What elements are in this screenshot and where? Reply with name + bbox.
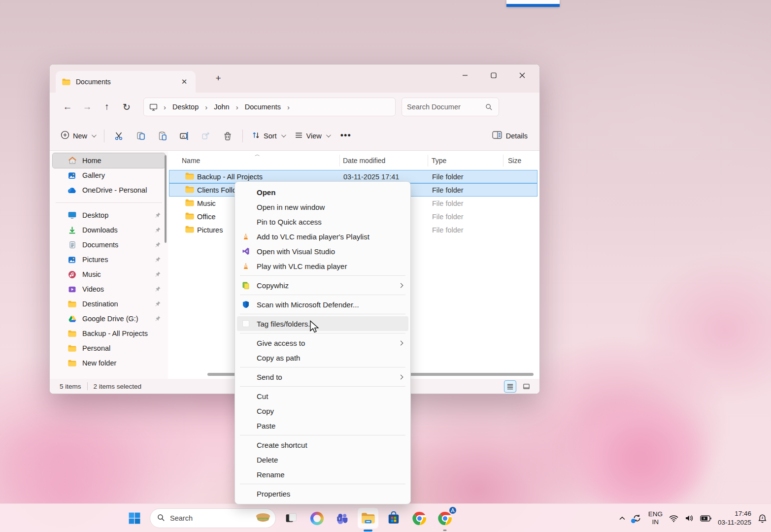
view-lines-icon xyxy=(295,131,303,141)
share-button[interactable] xyxy=(195,127,217,145)
column-date-modified[interactable]: Date modified xyxy=(343,157,385,165)
google-drive-icon xyxy=(67,314,77,324)
menu-item-scan-with-defender[interactable]: Scan with Microsoft Defender... xyxy=(237,297,408,312)
column-type[interactable]: Type xyxy=(432,157,446,165)
chevron-down-icon xyxy=(326,133,331,137)
file-explorer-icon[interactable] xyxy=(358,508,378,529)
volume-icon[interactable] xyxy=(685,514,694,522)
this-pc-icon[interactable] xyxy=(149,102,158,112)
column-headers: ︿ Name Date modified Type Size xyxy=(168,152,537,169)
vlc-icon xyxy=(241,232,251,241)
teams-icon[interactable]: T xyxy=(332,508,353,529)
column-size[interactable]: Size xyxy=(508,157,521,165)
menu-item-copy[interactable]: Copy xyxy=(237,403,408,418)
details-view-toggle[interactable] xyxy=(504,380,516,393)
menu-item-open-with-visual-studio[interactable]: Open with Visual Studio xyxy=(237,244,408,259)
back-button[interactable]: ← xyxy=(58,98,77,116)
menu-item-create-shortcut[interactable]: Create shortcut xyxy=(237,437,408,452)
tab-close-icon[interactable]: ✕ xyxy=(179,76,190,87)
menu-item-properties[interactable]: Properties xyxy=(237,486,408,501)
menu-item-tag-files-folders[interactable]: Tag files/folders... xyxy=(237,316,408,331)
sidebar-item-pictures[interactable]: Pictures xyxy=(53,252,165,267)
sort-button[interactable]: Sort xyxy=(247,127,290,145)
sort-arrows-icon xyxy=(252,131,260,141)
language-indicator[interactable]: ENG IN xyxy=(648,510,663,526)
refresh-button[interactable]: ↻ xyxy=(117,98,136,116)
more-options-button[interactable]: ••• xyxy=(335,131,357,141)
menu-item-cut[interactable]: Cut xyxy=(237,389,408,403)
plus-circle-icon xyxy=(61,131,69,141)
view-button[interactable]: View xyxy=(290,127,335,145)
search-input[interactable]: Search Documer xyxy=(402,98,499,116)
sidebar-item-downloads[interactable]: Downloads xyxy=(53,223,165,237)
details-pane-icon xyxy=(492,131,502,140)
sidebar-item-desktop[interactable]: Desktop xyxy=(53,208,165,223)
sidebar-scrollbar[interactable] xyxy=(165,155,167,243)
menu-item-paste[interactable]: Paste xyxy=(237,418,408,433)
wifi-icon[interactable] xyxy=(669,515,678,522)
peek-window[interactable] xyxy=(506,0,560,7)
sync-icon[interactable] xyxy=(632,513,642,523)
menu-item-delete[interactable]: Delete xyxy=(237,452,408,467)
menu-item-copywhiz[interactable]: Copywhiz xyxy=(237,278,408,293)
microsoft-store-icon[interactable] xyxy=(383,508,404,529)
task-view-button[interactable] xyxy=(281,508,302,529)
breadcrumb-documents[interactable]: Documents xyxy=(244,102,282,112)
menu-item-add-to-vlc-playlist[interactable]: Add to VLC media player's Playlist xyxy=(237,229,408,244)
pin-icon xyxy=(154,300,161,307)
paste-button[interactable] xyxy=(152,127,173,145)
search-highlight-image[interactable] xyxy=(255,512,271,525)
forward-button[interactable]: → xyxy=(77,98,97,116)
copilot-icon[interactable] xyxy=(306,508,327,529)
submenu-arrow-icon xyxy=(399,283,403,288)
cut-button[interactable] xyxy=(108,127,130,145)
clock[interactable]: 17:46 03-11-2025 xyxy=(718,509,751,527)
sidebar-item-personal[interactable]: Personal xyxy=(53,341,165,356)
new-button[interactable]: New xyxy=(56,127,100,145)
up-button[interactable]: ↑ xyxy=(97,98,117,116)
icons-view-toggle[interactable] xyxy=(520,380,533,393)
sidebar-item-videos[interactable]: Videos xyxy=(53,282,165,297)
menu-item-play-with-vlc[interactable]: Play with VLC media player xyxy=(237,259,408,273)
taskbar-search[interactable]: Search xyxy=(150,508,276,528)
menu-item-open-in-new-window[interactable]: Open in new window xyxy=(237,200,408,214)
sidebar-item-home[interactable]: Home xyxy=(53,153,165,168)
sidebar-item-new-folder[interactable]: New folder xyxy=(53,356,165,370)
sidebar-item-music[interactable]: Music xyxy=(53,267,165,282)
breadcrumb-desktop[interactable]: Desktop xyxy=(171,102,200,112)
notification-bell-icon[interactable]: z xyxy=(758,514,767,523)
menu-item-open[interactable]: Open xyxy=(237,185,408,200)
minimize-button[interactable] xyxy=(451,65,479,86)
column-name[interactable]: Name xyxy=(182,157,200,165)
wallpaper-flower xyxy=(567,404,714,512)
sidebar-item-google-drive[interactable]: Google Drive (G:) xyxy=(53,311,165,326)
menu-item-pin-to-quick-access[interactable]: Pin to Quick access xyxy=(237,214,408,229)
new-tab-button[interactable]: + xyxy=(211,71,225,85)
sidebar-item-backup-all-projects[interactable]: Backup - All Projects xyxy=(53,326,165,341)
defender-icon xyxy=(241,299,251,309)
start-button[interactable] xyxy=(124,508,145,529)
sidebar-item-documents[interactable]: Documents xyxy=(53,237,165,252)
menu-item-send-to[interactable]: Send to xyxy=(237,369,408,384)
delete-button[interactable] xyxy=(217,127,238,145)
details-pane-button[interactable]: Details xyxy=(486,127,534,144)
sidebar-item-destination[interactable]: Destination xyxy=(53,297,165,311)
battery-icon[interactable] xyxy=(700,515,711,522)
chrome-icon[interactable] xyxy=(409,508,430,529)
visual-studio-icon xyxy=(241,246,251,256)
tab-documents[interactable]: Documents ✕ xyxy=(56,71,196,93)
taskbar: Search T xyxy=(0,503,771,532)
show-hidden-icons-button[interactable] xyxy=(619,516,626,521)
sidebar-item-gallery[interactable]: Gallery xyxy=(53,168,165,183)
menu-item-give-access-to[interactable]: Give access to xyxy=(237,335,408,350)
chrome-profile-icon[interactable]: A xyxy=(435,508,455,529)
search-icon[interactable] xyxy=(484,102,494,112)
menu-item-copy-as-path[interactable]: Copy as path xyxy=(237,350,408,365)
close-button[interactable] xyxy=(508,65,536,86)
menu-item-rename[interactable]: Rename xyxy=(237,467,408,482)
sidebar-item-onedrive[interactable]: OneDrive - Personal xyxy=(53,183,165,198)
maximize-button[interactable] xyxy=(479,65,508,86)
rename-button[interactable]: A xyxy=(173,127,195,145)
breadcrumb-john[interactable]: John xyxy=(213,102,230,112)
copy-button[interactable] xyxy=(130,127,152,145)
